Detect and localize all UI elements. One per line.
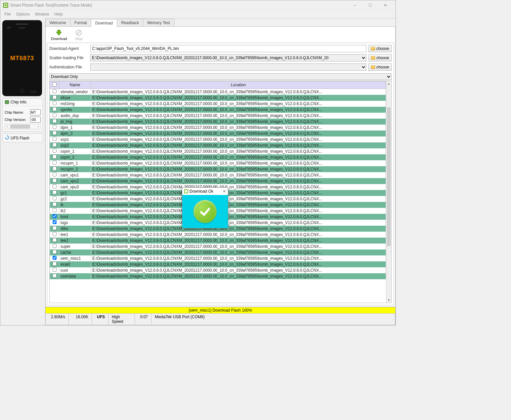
tab-welcome[interactable]: Welcome xyxy=(45,19,70,26)
row-checkbox[interactable] xyxy=(53,184,57,188)
row-checkbox[interactable] xyxy=(53,131,57,135)
row-checkbox[interactable] xyxy=(53,149,57,153)
row-checkbox[interactable] xyxy=(53,268,57,272)
table-row[interactable]: sspm_1E:\Downloads\bomb_images_V12.0.6.0… xyxy=(50,148,386,154)
tab-readback[interactable]: Readback xyxy=(117,19,143,26)
stop-button[interactable]: Stop xyxy=(75,29,83,41)
row-name: efuse xyxy=(59,95,91,101)
row-checkbox[interactable] xyxy=(53,250,57,254)
table-row[interactable]: cam_vpu2E:\Downloads\bomb_images_V12.0.6… xyxy=(50,178,386,184)
chip-name-field[interactable] xyxy=(30,109,41,115)
menu-options[interactable]: Options xyxy=(13,11,32,18)
da-field[interactable] xyxy=(90,45,366,52)
table-row[interactable]: mcupm_2E:\Downloads\bomb_images_V12.0.6.… xyxy=(50,166,386,172)
tab-download[interactable]: Download xyxy=(91,19,117,27)
menu-window[interactable]: Window xyxy=(32,11,52,18)
tab-format[interactable]: Format xyxy=(70,19,91,26)
table-row[interactable]: tee1E:\Downloads\bomb_images_V12.0.6.0.Q… xyxy=(50,232,386,238)
maximize-button[interactable]: ☐ xyxy=(362,0,378,10)
row-name: logo xyxy=(59,220,91,226)
table-row[interactable]: custE:\Downloads\bomb_images_V12.0.6.0.Q… xyxy=(50,267,386,273)
table-row[interactable]: spmfwE:\Downloads\bomb_images_V12.0.6.0.… xyxy=(50,107,386,113)
header-location[interactable]: Location xyxy=(91,81,386,89)
table-row[interactable]: userdataE:\Downloads\bomb_images_V12.0.6… xyxy=(50,273,386,279)
row-checkbox[interactable] xyxy=(53,101,57,105)
row-checkbox[interactable] xyxy=(53,232,57,236)
header-name[interactable]: Name xyxy=(59,81,91,89)
row-name: sspm_2 xyxy=(59,154,91,160)
svg-marker-11 xyxy=(56,30,62,35)
menu-help[interactable]: Help xyxy=(52,11,65,18)
close-button[interactable]: ✕ xyxy=(378,0,393,10)
row-checkbox[interactable] xyxy=(53,262,57,266)
table-row[interactable]: cacheE:\Downloads\bomb_images_V12.0.6.0.… xyxy=(50,249,386,255)
row-name: lk xyxy=(59,202,91,208)
ufs-flash-item[interactable]: UFS Flash xyxy=(2,134,43,142)
table-row[interactable]: dpm_1E:\Downloads\bomb_images_V12.0.6.0.… xyxy=(50,125,386,131)
menu-file[interactable]: File xyxy=(2,11,13,18)
scroll-right-icon[interactable]: › xyxy=(36,124,40,129)
row-checkbox[interactable] xyxy=(53,208,57,212)
table-row[interactable]: superE:\Downloads\bomb_images_V12.0.6.0.… xyxy=(50,244,386,249)
row-checkbox-cell xyxy=(50,95,59,101)
row-checkbox[interactable] xyxy=(53,274,57,278)
tab-memory-test[interactable]: Memory Test xyxy=(143,19,174,26)
row-checkbox[interactable] xyxy=(53,214,57,218)
row-checkbox[interactable] xyxy=(53,167,57,171)
table-row[interactable]: pi_imgE:\Downloads\bomb_images_V12.0.6.0… xyxy=(50,119,386,125)
row-checkbox[interactable] xyxy=(53,155,57,159)
table-row[interactable]: efuseE:\Downloads\bomb_images_V12.0.6.0.… xyxy=(50,95,386,101)
da-choose-button[interactable]: choose xyxy=(368,45,392,52)
scatter-choose-button[interactable]: choose xyxy=(368,54,392,61)
table-row[interactable]: scp2E:\Downloads\bomb_images_V12.0.6.0.Q… xyxy=(50,142,386,148)
row-checkbox[interactable] xyxy=(53,190,57,194)
row-checkbox[interactable] xyxy=(53,107,57,111)
table-vscrollbar[interactable]: ▴ ▾ xyxy=(386,81,391,303)
scroll-up-icon[interactable]: ▴ xyxy=(386,81,391,86)
row-checkbox[interactable] xyxy=(53,137,57,141)
row-checkbox[interactable] xyxy=(53,178,57,182)
table-row[interactable]: tee2E:\Downloads\bomb_images_V12.0.6.0.Q… xyxy=(50,238,386,244)
row-checkbox[interactable] xyxy=(53,226,57,230)
minimize-button[interactable]: ─ xyxy=(347,0,362,10)
scroll-thumb[interactable] xyxy=(387,107,391,246)
row-checkbox[interactable] xyxy=(53,202,57,206)
table-row[interactable]: exaidE:\Downloads\bomb_images_V12.0.6.0.… xyxy=(50,261,386,267)
table-row[interactable]: oem_misc1E:\Downloads\bomb_images_V12.0.… xyxy=(50,255,386,261)
table-row[interactable]: vbmeta_vendorE:\Downloads\bomb_images_V1… xyxy=(50,89,386,95)
table-row[interactable]: cam_vpu1E:\Downloads\bomb_images_V12.0.6… xyxy=(50,172,386,178)
row-checkbox[interactable] xyxy=(53,220,57,224)
row-checkbox[interactable] xyxy=(53,95,57,99)
row-checkbox[interactable] xyxy=(53,172,57,176)
chip-info-scrollbar[interactable]: ‹ › xyxy=(5,124,41,129)
table-row[interactable]: audio_dspE:\Downloads\bomb_images_V12.0.… xyxy=(50,113,386,119)
header-checkbox[interactable] xyxy=(52,82,57,87)
row-checkbox[interactable] xyxy=(53,238,57,242)
auth-field[interactable] xyxy=(90,63,366,71)
scroll-left-icon[interactable]: ‹ xyxy=(5,124,10,129)
table-row[interactable]: dpm_2E:\Downloads\bomb_images_V12.0.6.0.… xyxy=(50,131,386,136)
table-row[interactable]: mcupm_1E:\Downloads\bomb_images_V12.0.6.… xyxy=(50,160,386,166)
row-name: mcupm_2 xyxy=(59,166,91,172)
table-row[interactable]: sspm_2E:\Downloads\bomb_images_V12.0.6.0… xyxy=(50,154,386,160)
download-button[interactable]: Download xyxy=(51,29,67,41)
row-checkbox[interactable] xyxy=(53,244,57,248)
dialog-close-button[interactable]: ✕ xyxy=(223,189,226,194)
row-checkbox[interactable] xyxy=(53,89,57,93)
scroll-down-icon[interactable]: ▾ xyxy=(386,297,391,303)
row-checkbox[interactable] xyxy=(53,256,57,260)
table-row[interactable]: md1imgE:\Downloads\bomb_images_V12.0.6.0… xyxy=(50,101,386,107)
row-checkbox[interactable] xyxy=(53,125,57,129)
chip-name-label: Chip Name: xyxy=(5,110,24,114)
download-mode-select[interactable]: Download Only xyxy=(49,73,392,80)
scatter-field[interactable]: E:\Downloads\bomb_images_V12.0.6.0.QJLCN… xyxy=(90,54,366,61)
row-checkbox[interactable] xyxy=(53,196,57,200)
auth-choose-button[interactable]: choose xyxy=(368,63,392,71)
row-checkbox[interactable] xyxy=(53,143,57,147)
scroll-thumb[interactable] xyxy=(10,125,30,129)
chip-version-field[interactable] xyxy=(30,117,41,123)
row-checkbox[interactable] xyxy=(53,161,57,165)
row-checkbox[interactable] xyxy=(53,119,57,123)
row-checkbox[interactable] xyxy=(53,113,57,117)
table-row[interactable]: scp1E:\Downloads\bomb_images_V12.0.6.0.Q… xyxy=(50,136,386,142)
